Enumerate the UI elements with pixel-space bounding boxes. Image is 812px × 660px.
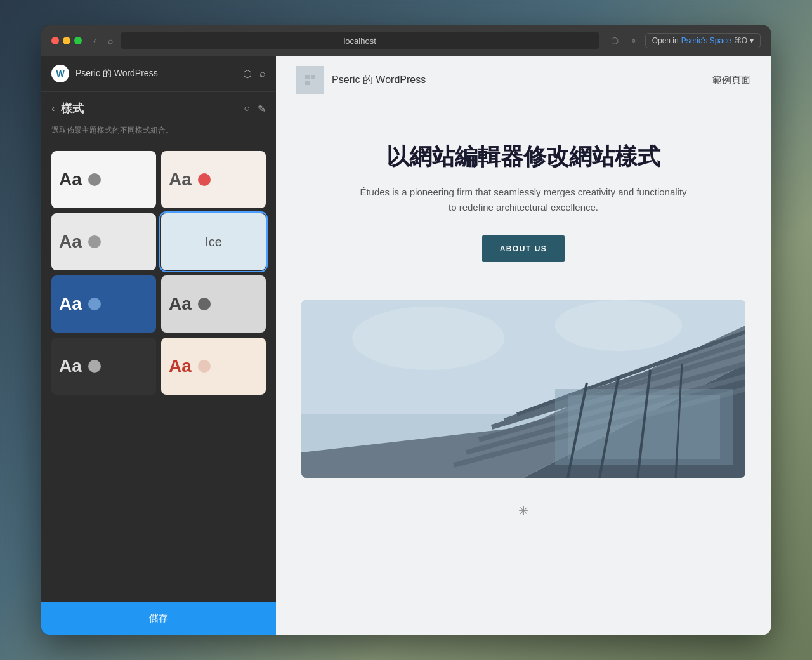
traffic-lights	[51, 37, 82, 44]
style-aa-text: Aa	[59, 294, 82, 314]
svg-rect-1	[311, 75, 315, 79]
svg-point-6	[555, 300, 682, 351]
browser-toolbar: ‹ ⌕ localhost ⬡ ⌖ Open in Pseric's Space…	[41, 25, 771, 56]
style-dot	[198, 360, 211, 373]
browser-content: W Pseric 的 WordPress ⬡ ⌕ ‹ 樣式 ○ ✎ 選取佈景主題	[41, 56, 771, 635]
styles-panel: ‹ 樣式 ○ ✎ 選取佈景主題樣式的不同樣式組合。 Aa	[41, 92, 276, 602]
maximize-button[interactable]	[74, 37, 82, 44]
open-in-label: Open in	[652, 36, 679, 45]
chevron-down-icon: ▾	[750, 36, 754, 45]
style-aa-text: Aa	[169, 169, 192, 190]
minimize-button[interactable]	[63, 37, 70, 44]
open-in-space: Pseric's Space	[681, 36, 731, 45]
preview-styles-button[interactable]: ○	[244, 103, 250, 115]
style-dot	[198, 298, 211, 310]
link-button[interactable]: ⌖	[627, 33, 640, 49]
style-dot	[88, 298, 101, 310]
back-nav-button[interactable]: ‹	[89, 33, 100, 48]
open-in-shortcut: ⌘O	[734, 36, 747, 45]
style-aa-text: Aa	[59, 356, 82, 376]
styles-nav: ‹ 樣式 ○ ✎	[41, 92, 276, 125]
preview-footer: ✳	[276, 491, 771, 531]
toolbar-right: ⬡ ⌖ Open in Pseric's Space ⌘O ▾	[607, 33, 761, 49]
external-link-button[interactable]: ⬡	[243, 68, 252, 80]
svg-point-5	[352, 307, 504, 370]
site-header: Pseric 的 WordPress 範例頁面	[276, 56, 771, 104]
wordpress-logo: W	[51, 65, 69, 82]
site-nav: 範例頁面	[712, 74, 750, 86]
style-card-blue[interactable]: Aa	[51, 275, 156, 333]
style-card-gray[interactable]: Aa	[51, 213, 156, 270]
styles-description: 選取佈景主題樣式的不同樣式組合。	[41, 125, 276, 146]
style-card-peach[interactable]: Aa	[161, 338, 266, 395]
style-card-dark[interactable]: Aa	[51, 338, 156, 395]
style-dot	[88, 173, 101, 186]
footer-symbol: ✳	[518, 504, 529, 518]
building-image	[301, 300, 745, 478]
style-dot	[88, 235, 101, 248]
style-card-default[interactable]: Aa	[51, 151, 156, 208]
share-button[interactable]: ⬡	[607, 33, 622, 48]
preview-area: Pseric 的 WordPress 範例頁面 以網站編輯器修改網站樣式 Étu…	[276, 56, 771, 635]
hero-description: Études is a pioneering firm that seamles…	[358, 185, 688, 215]
style-dot	[88, 360, 101, 373]
building-illustration	[301, 300, 745, 478]
style-aa-text: Aa	[59, 232, 82, 252]
search-button[interactable]: ⌕	[108, 36, 113, 46]
style-card-ice[interactable]: Ice	[161, 213, 266, 270]
style-ice-label: Ice	[205, 235, 222, 249]
search-sidebar-button[interactable]: ⌕	[259, 68, 266, 80]
preview-site: Pseric 的 WordPress 範例頁面 以網站編輯器修改網站樣式 Étu…	[276, 56, 771, 635]
preview-site-name: Pseric 的 WordPress	[332, 74, 426, 87]
site-logo	[296, 66, 324, 94]
svg-rect-2	[305, 81, 310, 85]
save-button[interactable]: 儲存	[41, 602, 276, 635]
browser-window: ‹ ⌕ localhost ⬡ ⌖ Open in Pseric's Space…	[41, 25, 771, 635]
styles-actions: ○ ✎	[244, 103, 266, 115]
sidebar: W Pseric 的 WordPress ⬡ ⌕ ‹ 樣式 ○ ✎ 選取佈景主題	[41, 56, 276, 635]
address-text: localhost	[343, 36, 376, 46]
open-in-button[interactable]: Open in Pseric's Space ⌘O ▾	[645, 33, 761, 48]
sidebar-header-actions: ⬡ ⌕	[243, 68, 266, 80]
site-logo-area: Pseric 的 WordPress	[296, 66, 426, 94]
nav-sample-page[interactable]: 範例頁面	[712, 74, 750, 85]
address-bar[interactable]: localhost	[121, 32, 599, 50]
svg-rect-0	[305, 75, 310, 79]
logo-svg	[304, 74, 317, 86]
styles-back-button[interactable]: ‹	[51, 103, 55, 114]
style-dot	[198, 173, 211, 186]
hero-section: 以網站編輯器修改網站樣式 Études is a pioneering firm…	[276, 104, 771, 287]
hero-title: 以網站編輯器修改網站樣式	[301, 142, 745, 172]
style-card-lightgray[interactable]: Aa	[161, 275, 266, 333]
sidebar-header: W Pseric 的 WordPress ⬡ ⌕	[41, 56, 276, 92]
close-button[interactable]	[51, 37, 59, 44]
edit-styles-button[interactable]: ✎	[258, 103, 266, 115]
style-aa-text: Aa	[59, 169, 82, 190]
style-aa-text: Aa	[169, 356, 192, 376]
style-card-red[interactable]: Aa	[161, 151, 266, 208]
site-name-label: Pseric 的 WordPress	[75, 68, 237, 79]
about-us-button[interactable]: ABOUT US	[482, 235, 565, 262]
style-grid: Aa Aa Aa	[41, 146, 276, 400]
style-aa-text: Aa	[169, 294, 192, 314]
styles-title: 樣式	[61, 101, 237, 116]
